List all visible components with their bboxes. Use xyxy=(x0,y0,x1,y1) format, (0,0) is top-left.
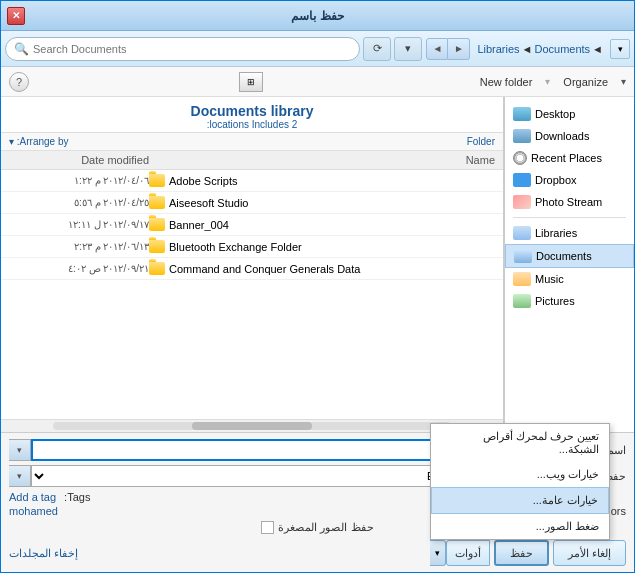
file-table-header: Name Date modified xyxy=(1,151,503,170)
menu-item-1[interactable]: خيارات ويب... xyxy=(431,462,609,487)
photo-label: Photo Stream xyxy=(535,196,602,208)
refresh-button[interactable]: ⟳ xyxy=(363,37,391,61)
file-list-area: Documents library 2 locations Includes: … xyxy=(1,97,504,432)
col-name-header[interactable]: Name xyxy=(149,154,495,166)
search-icon: 🔍 xyxy=(14,42,29,56)
organize-button[interactable]: Organize xyxy=(556,73,615,91)
table-row[interactable]: Banner_004 ٢٠١٢/٠٩/١٧ ل ١٢:١١ xyxy=(1,214,503,236)
right-sidebar: Desktop Downloads Recent Places Dropbox … xyxy=(504,97,634,432)
desktop-icon xyxy=(513,107,531,121)
title-bar: ✕ حفظ باسم xyxy=(1,1,634,31)
folder-icon xyxy=(149,240,165,253)
table-row[interactable]: Command and Conquer Generals Data ٢٠١٢/٠… xyxy=(1,258,503,280)
library-subtitle: 2 locations Includes: xyxy=(1,119,503,130)
tools-button-wrap: أدوات ▾ تعيين حرف لمحرك أقراص الشبكة... … xyxy=(430,540,490,566)
nav-dropdown-button[interactable]: ▾ xyxy=(394,37,422,61)
breadcrumb-sep1: ◄ xyxy=(592,43,603,55)
organize-arrow[interactable]: ▾ xyxy=(621,76,626,87)
cancel-button[interactable]: إلغاء الأمر xyxy=(553,540,626,566)
toolbar: 🔍 ⟳ ▾ ◄ ► ◄ Documents ◄ Libraries ▾ xyxy=(1,31,634,67)
table-row[interactable]: Adobe Scripts ٢٠١٢/٠٤/٠٦ م ١:٢٢ xyxy=(1,170,503,192)
view-toggle-button[interactable]: ⊞ xyxy=(239,72,263,92)
folder-icon xyxy=(149,218,165,231)
tools-button[interactable]: أدوات xyxy=(446,540,490,566)
libraries-icon xyxy=(513,226,531,240)
window-title: حفظ باسم xyxy=(291,9,343,23)
close-button[interactable]: ✕ xyxy=(7,7,25,25)
libraries-label: Libraries xyxy=(535,227,577,239)
sort-bar: Folder Arrange by: ▾ xyxy=(1,133,503,151)
forward-button[interactable]: ► xyxy=(448,38,470,60)
sort-folder-label: Folder xyxy=(467,136,495,147)
breadcrumb-documents[interactable]: Documents xyxy=(534,43,590,55)
menu-item-2[interactable]: خيارات عامة... xyxy=(431,487,609,514)
new-folder-button[interactable]: New folder xyxy=(473,73,540,91)
library-header: Documents library 2 locations Includes: xyxy=(1,97,503,133)
sort-arrange-by: Arrange by: xyxy=(17,136,69,147)
sidebar-item-libraries[interactable]: Libraries xyxy=(505,222,634,244)
table-row[interactable]: Bluetooth Exchange Folder ٢٠١٢/٠٦/١٣ م ٢… xyxy=(1,236,503,258)
library-title: Documents library xyxy=(1,103,503,119)
help-button[interactable]: ? xyxy=(9,72,29,92)
search-box: 🔍 xyxy=(5,37,360,61)
tags-label: Tags: xyxy=(64,491,90,503)
recent-label: Recent Places xyxy=(531,152,602,164)
search-input[interactable] xyxy=(33,43,351,55)
authors-value[interactable]: mohamed xyxy=(9,505,58,517)
tags-add-link[interactable]: Add a tag xyxy=(9,491,56,503)
hide-folders-button[interactable]: إخفاء المجلدات xyxy=(9,547,78,560)
sidebar-item-music[interactable]: Music xyxy=(505,268,634,290)
photo-icon xyxy=(513,195,531,209)
tools-dropdown-arrow[interactable]: ▾ xyxy=(430,540,446,566)
sidebar-item-downloads[interactable]: Downloads xyxy=(505,125,634,147)
main-area: Documents library 2 locations Includes: … xyxy=(1,97,634,432)
folder-icon xyxy=(149,196,165,209)
file-table: Adobe Scripts ٢٠١٢/٠٤/٠٦ م ١:٢٢ Aiseesof… xyxy=(1,170,503,419)
filetype-dropdown-arrow[interactable]: ▾ xyxy=(9,465,31,487)
secondary-toolbar: ? ⊞ New folder ▾ Organize ▾ xyxy=(1,67,634,97)
action-row: إلغاء الأمر حفظ أدوات ▾ تعيين حرف لمحرك … xyxy=(9,540,626,566)
file-date-2: ٢٠١٢/٠٩/١٧ ل ١٢:١١ xyxy=(9,219,149,230)
music-label: Music xyxy=(535,273,564,285)
file-date-0: ٢٠١٢/٠٤/٠٦ م ١:٢٢ xyxy=(9,175,149,186)
documents-icon xyxy=(514,249,532,263)
recent-icon xyxy=(513,151,527,165)
sidebar-item-dropbox[interactable]: Dropbox xyxy=(505,169,634,191)
breadcrumb-libraries[interactable]: Libraries xyxy=(477,43,519,55)
sidebar-divider xyxy=(513,217,626,218)
dropbox-icon xyxy=(513,173,531,187)
sidebar-item-documents[interactable]: Documents xyxy=(505,244,634,268)
sidebar-item-desktop[interactable]: Desktop xyxy=(505,103,634,125)
desktop-label: Desktop xyxy=(535,108,575,120)
file-date-4: ٢٠١٢/٠٩/٢١ ص ٤:٠٢ xyxy=(9,263,149,274)
table-row[interactable]: Aiseesoft Studio ٢٠١٢/٠٤/٢٥ م ٥:٥٦ xyxy=(1,192,503,214)
sidebar-item-pictures[interactable]: Pictures xyxy=(505,290,634,312)
tools-dropdown-menu: تعيين حرف لمحرك أقراص الشبكة... خيارات و… xyxy=(430,423,610,540)
file-name-1: Aiseesoft Studio xyxy=(169,197,249,209)
pictures-label: Pictures xyxy=(535,295,575,307)
col-date-header[interactable]: Date modified xyxy=(9,154,149,166)
file-name-3: Bluetooth Exchange Folder xyxy=(169,241,302,253)
save-button[interactable]: حفظ xyxy=(494,540,549,566)
breadcrumb: ◄ Documents ◄ Libraries xyxy=(473,43,607,55)
menu-item-3[interactable]: ضغط الصور... xyxy=(431,514,609,539)
back-button[interactable]: ◄ xyxy=(426,38,448,60)
downloads-label: Downloads xyxy=(535,130,589,142)
music-icon xyxy=(513,272,531,286)
sidebar-item-photo[interactable]: Photo Stream xyxy=(505,191,634,213)
save-dialog: ✕ حفظ باسم 🔍 ⟳ ▾ ◄ ► ◄ Documents ◄ Lib xyxy=(0,0,635,573)
folder-icon xyxy=(149,174,165,187)
thumbnail-checkbox[interactable] xyxy=(261,521,274,534)
breadcrumb-expand-button[interactable]: ▾ xyxy=(610,39,630,59)
sort-folder-link[interactable]: ▾ xyxy=(9,136,14,147)
downloads-icon xyxy=(513,129,531,143)
documents-label: Documents xyxy=(536,250,592,262)
file-name-2: Banner_004 xyxy=(169,219,229,231)
file-date-3: ٢٠١٢/٠٦/١٣ م ٢:٢٣ xyxy=(9,241,149,252)
menu-item-0[interactable]: تعيين حرف لمحرك أقراص الشبكة... xyxy=(431,424,609,462)
sidebar-item-recent[interactable]: Recent Places xyxy=(505,147,634,169)
dropbox-label: Dropbox xyxy=(535,174,577,186)
folder-icon xyxy=(149,262,165,275)
file-name-0: Adobe Scripts xyxy=(169,175,237,187)
filename-dropdown-arrow[interactable]: ▾ xyxy=(9,439,31,461)
